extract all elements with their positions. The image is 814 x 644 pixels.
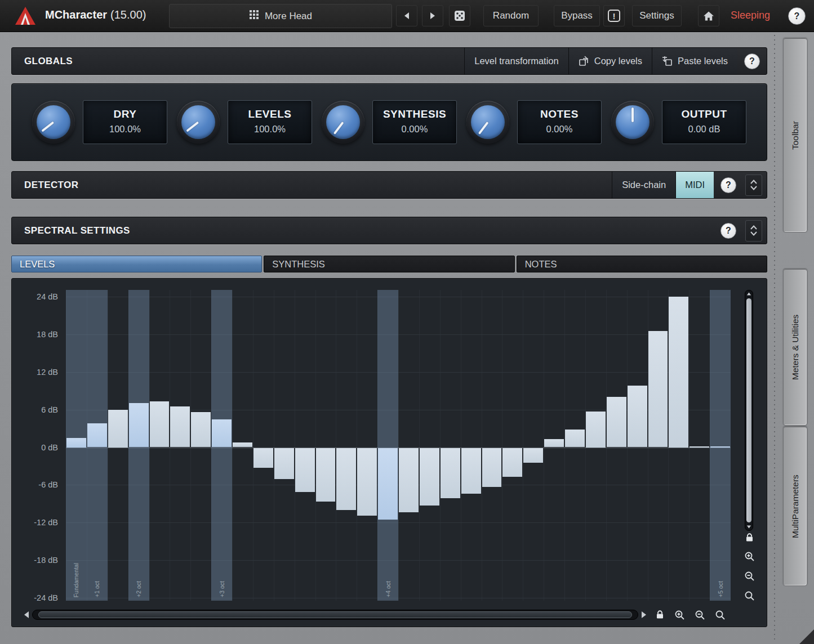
spectral-help-button[interactable]: ? [720, 223, 736, 239]
sidebar-toolbar-button[interactable]: Toolbar [783, 38, 807, 232]
horizontal-scroll-thumb[interactable] [38, 611, 632, 618]
harmonic-level-bar[interactable] [66, 438, 86, 448]
harmonic-level-bar[interactable] [212, 419, 232, 447]
harmonic-level-bar[interactable] [523, 448, 543, 463]
settings-button[interactable]: Settings [632, 5, 682, 26]
vertical-scroll-thumb[interactable] [746, 298, 751, 522]
harmonic-level-bar[interactable] [502, 448, 522, 477]
harmonic-level-bar[interactable] [628, 386, 647, 447]
knob-value: 0.00% [518, 124, 601, 135]
paste-levels-button[interactable]: Paste levels [652, 48, 737, 74]
x-zoom-reset-icon[interactable] [715, 610, 726, 620]
zero-line [66, 448, 731, 448]
knob[interactable] [32, 101, 75, 144]
resize-handle[interactable] [799, 629, 814, 644]
octave-label: +4 oct [385, 581, 392, 597]
harmonic-level-bar[interactable] [274, 448, 294, 480]
level-transformation-button[interactable]: Level transformation [464, 48, 568, 74]
harmonic-level-bar[interactable] [690, 446, 709, 448]
y-zoom-in-icon[interactable] [744, 551, 755, 562]
knob[interactable] [322, 101, 364, 144]
x-zoom-out-icon[interactable] [695, 610, 705, 620]
harmonic-level-bar[interactable] [295, 448, 315, 492]
harmonic-level-bar[interactable] [170, 406, 190, 447]
globals-help-button[interactable]: ? [744, 53, 760, 69]
harmonic-level-bar[interactable] [565, 430, 585, 447]
knob[interactable] [466, 101, 509, 144]
vertical-scrollbar[interactable] [745, 290, 753, 531]
harmonic-level-bar[interactable] [233, 442, 252, 448]
plot-area[interactable]: Fundamental+1 oct+2 oct+3 oct+4 oct+5 oc… [66, 290, 731, 601]
harmonic-level-bar[interactable] [253, 448, 273, 468]
harmonic-level-bar[interactable] [607, 397, 626, 447]
help-button[interactable]: ? [788, 7, 806, 25]
grid-line-h [66, 372, 731, 373]
bypass-button[interactable]: Bypass [554, 5, 600, 26]
sidebar-multiparameters-button[interactable]: MultiParameters [783, 427, 807, 586]
y-zoom-reset-icon[interactable] [744, 591, 755, 601]
value-screen[interactable]: SYNTHESIS 0.00% [372, 100, 457, 144]
octave-stripe: +5 oct [710, 290, 731, 601]
tab-notes[interactable]: NOTES [517, 256, 767, 272]
globals-knob-panel: DRY 100.0% LEVELS 100.0% SYNTHESIS [11, 83, 767, 161]
y-zoom-out-icon[interactable] [744, 571, 755, 582]
copy-icon [579, 56, 589, 66]
home-button[interactable] [698, 5, 719, 26]
y-lock-icon[interactable] [745, 533, 754, 542]
knob[interactable] [177, 101, 220, 144]
midi-button[interactable]: MIDI [675, 172, 714, 198]
harmonic-level-bar[interactable] [336, 448, 356, 510]
settings-label: Settings [639, 10, 674, 21]
harmonic-level-bar[interactable] [441, 448, 460, 498]
random-button[interactable]: Random [483, 5, 539, 26]
detector-collapse-button[interactable] [745, 175, 762, 196]
detector-help-button[interactable]: ? [720, 177, 736, 193]
tab-levels[interactable]: LEVELS [11, 256, 262, 272]
scroll-left-icon[interactable] [23, 610, 30, 619]
harmonic-level-bar[interactable] [129, 403, 149, 447]
sidebar-meters-utilities-button[interactable]: Meters & Utilities [783, 269, 807, 426]
value-screen[interactable]: OUTPUT 0.00 dB [662, 100, 746, 144]
harmonic-level-bar[interactable] [378, 448, 398, 520]
harmonic-level-bar[interactable] [482, 448, 502, 487]
value-screen[interactable]: LEVELS 100.0% [228, 100, 312, 144]
app-name: MCharacter [45, 8, 107, 21]
harmonic-level-bar[interactable] [357, 448, 377, 516]
tab-synthesis[interactable]: SYNTHESIS [264, 256, 514, 272]
harmonic-level-bar[interactable] [669, 297, 688, 448]
side-chain-button[interactable]: Side-chain [612, 172, 675, 198]
value-screen[interactable]: DRY 100.0% [83, 100, 167, 144]
value-screen[interactable]: NOTES 0.00% [517, 100, 602, 144]
x-zoom-in-icon[interactable] [674, 610, 685, 620]
previous-preset-button[interactable] [396, 5, 417, 26]
harmonic-level-bar[interactable] [586, 412, 606, 448]
harmonic-level-bar[interactable] [150, 401, 170, 447]
harmonic-level-bar[interactable] [710, 446, 730, 448]
scroll-down-icon [746, 525, 751, 529]
grid-line-v [482, 290, 482, 601]
warning-button[interactable]: ! [603, 5, 625, 26]
grid-line-v [274, 290, 274, 601]
sidebar-separator [774, 35, 775, 641]
harmonic-level-bar[interactable] [544, 439, 564, 447]
next-preset-button[interactable] [422, 5, 443, 26]
scroll-right-icon[interactable] [640, 610, 647, 619]
harmonic-level-bar[interactable] [420, 448, 439, 506]
knob[interactable] [611, 101, 654, 144]
sleeping-status[interactable]: Sleeping [731, 10, 770, 21]
harmonic-level-bar[interactable] [87, 423, 107, 447]
spectral-settings-title: SPECTRAL SETTINGS [12, 225, 130, 236]
harmonic-level-bar[interactable] [399, 448, 419, 513]
randomize-dice-button[interactable] [449, 5, 470, 26]
harmonic-level-bar[interactable] [648, 331, 668, 447]
spectral-collapse-button[interactable] [745, 220, 762, 242]
title-bar: MCharacter(15.00) More Head [0, 0, 814, 32]
harmonic-level-bar[interactable] [108, 410, 128, 448]
preset-selector-button[interactable]: More Head [169, 4, 392, 28]
harmonic-level-bar[interactable] [191, 412, 211, 447]
harmonic-level-bar[interactable] [461, 448, 481, 494]
horizontal-scrollbar[interactable] [32, 610, 638, 620]
harmonic-level-bar[interactable] [316, 448, 336, 502]
x-lock-icon[interactable] [655, 610, 665, 619]
copy-levels-button[interactable]: Copy levels [568, 48, 652, 74]
